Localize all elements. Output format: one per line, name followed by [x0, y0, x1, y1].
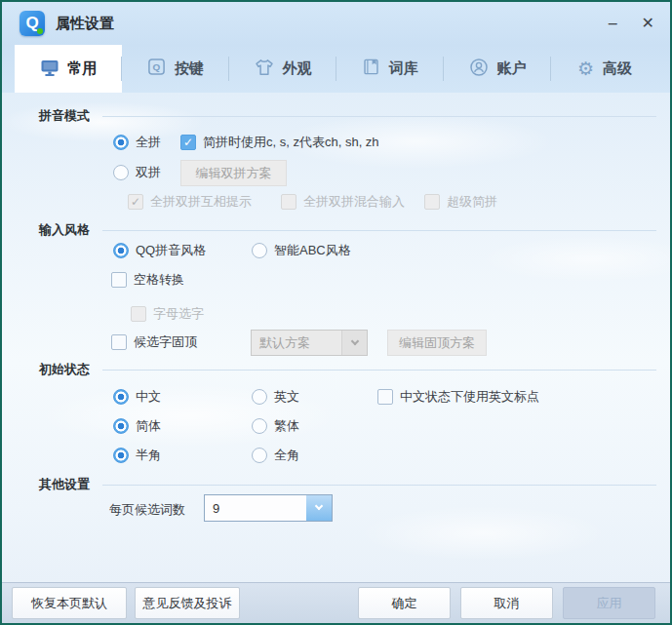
- checkbox-english-punct[interactable]: 中文状态下使用英文标点: [377, 385, 539, 409]
- tab-bar: 常用 Q 按键 外观: [2, 45, 670, 93]
- radio-on-icon: [113, 135, 129, 150]
- checkbox-jianpin-csz[interactable]: 简拼时使用c, s, z代表ch, sh, zh: [180, 131, 379, 154]
- radio-on-icon: [113, 448, 129, 463]
- radio-label: QQ拼音风格: [136, 242, 206, 259]
- titlebar: Q 属性设置 – ✕: [2, 2, 670, 45]
- checkbox-space-convert[interactable]: 空格转换: [111, 268, 184, 292]
- chevron-down-icon[interactable]: [306, 495, 332, 521]
- cancel-button[interactable]: 取消: [460, 587, 553, 619]
- checkbox-label: 全拼双拼混合输入: [303, 193, 405, 211]
- q-key-icon: Q: [147, 58, 166, 80]
- restore-defaults-button[interactable]: 恢复本页默认: [12, 587, 127, 619]
- checkbox-letter-select: 字母选字: [131, 302, 204, 326]
- feedback-button[interactable]: 意见反馈及投诉: [135, 587, 240, 619]
- radio-off-icon: [252, 448, 267, 463]
- settings-panel-common: 拼音模式 全拼 简拼时使用c, s, z代表ch, sh, zh 双拼 编辑双拼…: [2, 93, 670, 582]
- checkbox-disabled-icon: [424, 194, 440, 210]
- checkbox-label: 候选字固顶: [134, 333, 197, 351]
- checkbox-label: 字母选字: [153, 305, 204, 323]
- section-divider: [102, 370, 656, 371]
- radio-off-icon: [252, 418, 267, 434]
- radio-label: 英文: [274, 388, 299, 406]
- tab-dictionary[interactable]: 词库: [336, 45, 444, 93]
- tab-advanced[interactable]: ⚙ 高级: [551, 45, 658, 93]
- section-title: 初始状态: [39, 361, 90, 378]
- checkbox-label: 全拼双拼互相提示: [150, 193, 252, 211]
- candidates-per-page-select[interactable]: 9: [204, 494, 333, 522]
- checkbox-label: 空格转换: [134, 271, 184, 289]
- edit-pin-scheme-button: 编辑固顶方案: [387, 330, 487, 356]
- checkbox-label: 中文状态下使用英文标点: [400, 388, 539, 406]
- section-divider: [102, 116, 656, 117]
- radio-simplified[interactable]: 简体: [113, 414, 161, 438]
- radio-chinese[interactable]: 中文: [113, 385, 161, 409]
- radio-off-icon: [113, 165, 129, 180]
- section-title: 拼音模式: [39, 107, 90, 125]
- radio-abc-style[interactable]: 智能ABC风格: [252, 239, 351, 262]
- qq-pinyin-logo-icon: Q: [20, 11, 45, 36]
- window-title: 属性设置: [56, 15, 114, 33]
- section-divider: [102, 230, 656, 231]
- radio-on-icon: [113, 243, 129, 258]
- radio-label: 全拼: [136, 134, 161, 151]
- checkbox-disabled-checked-icon: [128, 194, 143, 210]
- checkbox-mixed-input: 全拼双拼混合输入: [281, 190, 405, 214]
- radio-label: 简体: [136, 417, 161, 435]
- radio-qq-style[interactable]: QQ拼音风格: [113, 239, 206, 262]
- minimize-icon[interactable]: –: [609, 16, 617, 31]
- checkbox-unchecked-icon: [377, 389, 393, 405]
- radio-label: 全角: [274, 447, 299, 464]
- svg-text:Q: Q: [153, 61, 161, 72]
- section-divider: [102, 485, 656, 486]
- radio-shuangpin[interactable]: 双拼: [113, 161, 161, 184]
- checkbox-mutual-hint: 全拼双拼互相提示: [128, 190, 252, 214]
- section-title: 其他设置: [39, 476, 90, 493]
- tab-label: 常用: [68, 59, 98, 78]
- checkbox-disabled-icon: [131, 306, 146, 322]
- radio-english[interactable]: 英文: [252, 385, 299, 409]
- radio-label: 双拼: [136, 164, 161, 181]
- tab-label: 按键: [175, 59, 204, 78]
- tab-appearance[interactable]: 外观: [229, 45, 336, 93]
- tab-label: 外观: [283, 59, 312, 78]
- radio-traditional[interactable]: 繁体: [252, 414, 299, 438]
- checkbox-candidate-pin[interactable]: 候选字固顶: [111, 331, 197, 354]
- tab-account[interactable]: 账户: [444, 45, 551, 93]
- apply-button: 应用: [563, 587, 655, 619]
- checkbox-unchecked-icon: [111, 334, 127, 350]
- radio-full-width[interactable]: 全角: [252, 444, 299, 467]
- section-initial-state: 初始状态: [39, 361, 656, 378]
- edit-shuangpin-button: 编辑双拼方案: [180, 160, 287, 186]
- radio-label: 繁体: [274, 417, 299, 435]
- tshirt-icon: [255, 58, 274, 81]
- radio-label: 半角: [136, 447, 161, 464]
- book-icon: [362, 58, 380, 80]
- tab-keys[interactable]: Q 按键: [122, 45, 229, 93]
- window-controls: – ✕: [609, 16, 654, 31]
- checkbox-label: 简拼时使用c, s, z代表ch, sh, zh: [203, 134, 379, 151]
- close-icon[interactable]: ✕: [642, 16, 654, 31]
- candidates-per-page-label: 每页候选词数: [109, 501, 185, 519]
- radio-label: 中文: [136, 388, 161, 406]
- checkbox-disabled-icon: [281, 194, 296, 210]
- radio-off-icon: [252, 389, 267, 405]
- properties-window: Q 属性设置 – ✕ 常用 Q: [0, 0, 672, 625]
- pin-scheme-select: 默认方案: [251, 330, 368, 356]
- checkbox-unchecked-icon: [111, 272, 127, 288]
- section-input-style: 输入风格: [39, 221, 656, 239]
- ok-button[interactable]: 确定: [358, 587, 451, 619]
- section-pinyin-mode: 拼音模式: [39, 107, 656, 125]
- radio-half-width[interactable]: 半角: [113, 444, 161, 467]
- footer-bar: 恢复本页默认 意见反馈及投诉 确定 取消 应用: [2, 582, 670, 623]
- tab-common[interactable]: 常用: [15, 45, 122, 93]
- radio-quanpin[interactable]: 全拼: [113, 131, 161, 154]
- gear-icon: ⚙: [577, 59, 594, 78]
- radio-label: 智能ABC风格: [274, 242, 351, 259]
- select-value: 默认方案: [252, 331, 341, 355]
- monitor-icon: [40, 58, 59, 81]
- tab-label: 高级: [603, 59, 632, 78]
- section-other-settings: 其他设置: [39, 476, 656, 493]
- checkbox-checked-icon: [180, 135, 196, 150]
- select-value: 9: [205, 495, 306, 521]
- logo-green-dot: [37, 28, 43, 34]
